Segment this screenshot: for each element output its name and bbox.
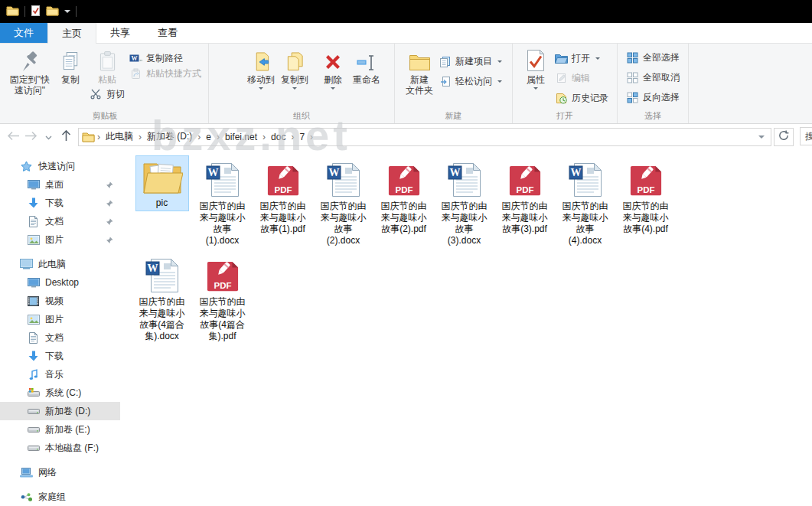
- sidebar-item-label: 系统 (C:): [45, 387, 81, 400]
- sidebar-item-drive-c[interactable]: 系统 (C:): [0, 384, 120, 402]
- sidebar-item-downloads-pinned[interactable]: 下载: [0, 194, 120, 212]
- sidebar-item-label: 新加卷 (D:): [45, 405, 90, 418]
- rename-button[interactable]: 重命名: [350, 46, 383, 87]
- breadcrumb-item[interactable]: bifei.net: [221, 131, 261, 143]
- svg-text:PDF: PDF: [395, 185, 413, 194]
- new-folder-button[interactable]: 新建 文件夹: [403, 46, 436, 97]
- file-docx-1[interactable]: W国庆节的由来与趣味小故事 (1).docx: [192, 155, 253, 246]
- sidebar-item-label: 视频: [45, 295, 64, 308]
- breadcrumb-item[interactable]: e: [202, 131, 215, 143]
- select-all-button[interactable]: 全部选择: [624, 50, 682, 65]
- breadcrumb-item[interactable]: 7: [295, 131, 308, 143]
- copy-button[interactable]: 复制: [54, 46, 87, 87]
- breadcrumb-item[interactable]: 新加卷 (D:): [143, 129, 196, 144]
- copy-path-button[interactable]: W 复制路径: [127, 51, 185, 66]
- svg-text:W: W: [147, 263, 158, 274]
- computer-icon: [19, 259, 34, 269]
- breadcrumb-separator: ›: [137, 132, 143, 142]
- edit-button[interactable]: 编辑: [553, 70, 592, 86]
- forward-icon: [24, 131, 38, 143]
- file-name: 国庆节的由来与趣味小故事 (2).docx: [318, 201, 369, 246]
- delete-button[interactable]: 删除: [316, 46, 350, 93]
- file-pdf-3[interactable]: PDF国庆节的由来与趣味小故事(3).pdf: [494, 155, 555, 246]
- forward-button[interactable]: [22, 128, 40, 145]
- sidebar-item-documents[interactable]: 文档: [0, 328, 120, 347]
- sidebar-item-desktop[interactable]: Desktop: [0, 273, 120, 292]
- properties-icon: [526, 47, 546, 72]
- sidebar-item-quick-access[interactable]: 快速访问: [0, 157, 120, 175]
- search-input[interactable]: 搜: [800, 127, 812, 145]
- ribbon: 固定到"快 速访问" 复制 粘贴 剪切 W 复制路径 粘贴快捷方式: [0, 44, 812, 124]
- sidebar-item-homegroup[interactable]: 家庭组: [0, 488, 120, 506]
- recent-locations-button[interactable]: [40, 128, 57, 145]
- svg-text:W: W: [328, 167, 339, 178]
- sidebar-item-this-pc[interactable]: 此电脑: [0, 255, 120, 273]
- paste-shortcut-button[interactable]: 粘贴快捷方式: [127, 66, 204, 81]
- file-docx-3[interactable]: W国庆节的由来与趣味小故事 (3).docx: [434, 155, 494, 246]
- tab-share[interactable]: 共享: [96, 23, 144, 43]
- select-none-button[interactable]: 全部取消: [624, 70, 682, 85]
- svg-text:PDF: PDF: [516, 185, 533, 194]
- dropdown-caret: [259, 87, 263, 92]
- address-dropdown-icon[interactable]: [758, 135, 765, 142]
- tab-home[interactable]: 主页: [47, 23, 96, 44]
- word-document-icon: W: [205, 155, 240, 198]
- sidebar-item-network[interactable]: 网络: [0, 463, 120, 482]
- sidebar-item-label: 下载: [45, 350, 64, 363]
- dropdown-caret: [331, 87, 335, 92]
- file-pdf-1[interactable]: PDF国庆节的由来与趣味小故事(1).pdf: [253, 155, 313, 246]
- new-item-icon: [439, 56, 452, 67]
- breadcrumb-item[interactable]: 此电脑: [102, 129, 137, 144]
- breadcrumb-separator: ›: [96, 132, 102, 142]
- breadcrumb[interactable]: ›此电脑›新加卷 (D:)›e›bifei.net›doc›7›: [78, 128, 771, 146]
- cut-button[interactable]: 剪切: [87, 87, 127, 102]
- file-docx-collection[interactable]: W国庆节的由来与趣味小故事(4篇合集).docx: [132, 251, 192, 342]
- paste-shortcut-icon: [129, 68, 142, 79]
- folder-icon[interactable]: [46, 5, 59, 18]
- sidebar-item-music[interactable]: 音乐: [0, 365, 120, 384]
- pin-to-quick-access-button[interactable]: 固定到"快 速访问": [6, 46, 54, 97]
- move-to-button[interactable]: 移动到: [244, 46, 278, 93]
- dropdown-caret: [497, 80, 502, 85]
- properties-icon[interactable]: [31, 5, 41, 18]
- invert-selection-button[interactable]: 反向选择: [624, 90, 682, 105]
- sidebar-item-drive-d[interactable]: 新加卷 (D:): [0, 402, 120, 420]
- sidebar-item-documents-pinned[interactable]: 文档: [0, 212, 120, 230]
- paste-button[interactable]: 粘贴: [90, 46, 124, 87]
- back-button[interactable]: [5, 128, 22, 145]
- pdf-document-icon: PDF: [629, 155, 663, 198]
- sidebar-item-label: 本地磁盘 (F:): [45, 442, 99, 455]
- copy-to-button[interactable]: 复制到: [278, 46, 311, 93]
- file-docx-2[interactable]: W国庆节的由来与趣味小故事 (2).docx: [313, 155, 373, 246]
- breadcrumb-item[interactable]: doc: [267, 131, 289, 143]
- sidebar-item-downloads[interactable]: 下载: [0, 347, 120, 365]
- sidebar-item-drive-f[interactable]: 本地磁盘 (F:): [0, 439, 120, 457]
- svg-text:W: W: [449, 167, 460, 178]
- history-button[interactable]: 历史记录: [553, 90, 611, 106]
- sidebar-item-label: 快速访问: [38, 160, 75, 173]
- new-item-button[interactable]: 新建项目: [436, 54, 504, 69]
- file-pdf-2[interactable]: PDF国庆节的由来与趣味小故事(2).pdf: [373, 155, 434, 246]
- up-button[interactable]: [57, 128, 75, 145]
- open-button[interactable]: 打开: [553, 51, 602, 66]
- chevron-down-icon[interactable]: [64, 10, 70, 16]
- file-pdf-collection[interactable]: PDF国庆节的由来与趣味小故事(4篇合集).pdf: [192, 251, 253, 342]
- svg-text:PDF: PDF: [637, 185, 654, 194]
- sidebar-item-desktop-pinned[interactable]: 桌面: [0, 175, 120, 194]
- file-pdf-4[interactable]: PDF国庆节的由来与趣味小故事(4).pdf: [615, 155, 676, 246]
- refresh-button[interactable]: [774, 128, 794, 146]
- sidebar-item-drive-e[interactable]: 新加卷 (E:): [0, 420, 120, 439]
- file-pic[interactable]: pic: [132, 155, 192, 246]
- sidebar-item-videos[interactable]: 视频: [0, 292, 120, 310]
- folder-icon[interactable]: [6, 5, 19, 18]
- dropdown-caret: [292, 87, 297, 92]
- easy-access-button[interactable]: 轻松访问: [436, 73, 504, 89]
- ribbon-group-new: 新建 文件夹 新建项目 轻松访问 新建: [395, 44, 513, 123]
- sidebar-item-pictures-pinned[interactable]: 图片: [0, 230, 120, 249]
- file-docx-4[interactable]: W国庆节的由来与趣味小故事 (4).docx: [555, 155, 615, 246]
- tab-view[interactable]: 查看: [144, 23, 191, 43]
- sidebar-item-label: 桌面: [45, 178, 64, 191]
- tab-file[interactable]: 文件: [0, 23, 47, 43]
- properties-button[interactable]: 属性: [519, 46, 553, 93]
- sidebar-item-pictures[interactable]: 图片: [0, 310, 120, 328]
